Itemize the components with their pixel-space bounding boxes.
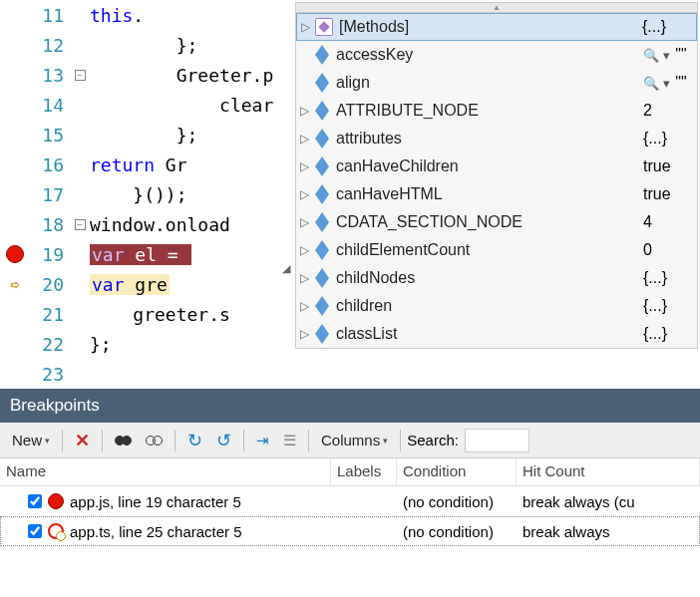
col-name[interactable]: Name (0, 458, 331, 485)
property-icon (314, 214, 330, 230)
member-name: CDATA_SECTION_NODE (336, 213, 643, 231)
gutter: 111213−1415161718−19➪20212223 (0, 0, 90, 389)
line-number: 12 (30, 35, 70, 56)
line-number: 20 (30, 274, 70, 295)
member-name: align (336, 74, 643, 92)
member-name: ATTRIBUTE_NODE (336, 102, 643, 120)
magnifier-icon[interactable]: 🔍 ▾ (643, 48, 673, 63)
enable-checkbox[interactable] (28, 494, 42, 508)
intellisense-item[interactable]: accessKey🔍 ▾ "" (296, 41, 697, 69)
hitcount-cell: break always (cu (517, 491, 700, 512)
intellisense-popup[interactable]: ▲ ▷[Methods]{...}accessKey🔍 ▾ ""align🔍 ▾… (295, 2, 698, 349)
method-icon (315, 18, 333, 36)
expand-icon[interactable]: ▷ (300, 215, 314, 229)
expand-icon[interactable]: ▷ (300, 243, 314, 257)
search-input[interactable] (465, 429, 529, 452)
current-line-arrow-icon: ➪ (10, 275, 20, 294)
expand-icon[interactable]: ▷ (301, 20, 315, 34)
empty-circles-icon (146, 436, 163, 446)
goto-source-button[interactable]: ⇥ (250, 428, 275, 453)
properties-button[interactable]: ☰ (277, 428, 302, 453)
member-value: 0 (643, 241, 693, 259)
intellisense-item[interactable]: ▷children{...} (296, 292, 697, 320)
breakpoints-table[interactable]: Name Labels Condition Hit Count app.js, … (0, 458, 700, 546)
member-value: {...} (642, 18, 692, 36)
line-number: 13 (30, 65, 70, 86)
breakpoints-toolbar: New ✕ ↻ ↺ ⇥ ☰ Columns Search: (0, 423, 700, 458)
line-number: 22 (30, 334, 70, 355)
member-name: canHaveChildren (336, 157, 643, 175)
intellisense-item[interactable]: ▷childElementCount0 (296, 236, 697, 264)
line-number: 14 (30, 95, 70, 116)
member-value: {...} (643, 325, 693, 343)
member-name: childElementCount (336, 241, 643, 259)
breakpoint-row[interactable]: app.ts, line 25 character 5(no condition… (0, 516, 700, 546)
breakpoint-name: app.ts, line 25 character 5 (70, 523, 242, 540)
breakpoint-mapped-icon (48, 523, 64, 539)
expand-icon[interactable]: ▷ (300, 159, 314, 173)
line-number: 15 (30, 125, 70, 146)
member-value: {...} (643, 130, 693, 148)
breakpoint-icon[interactable] (6, 245, 24, 263)
col-hitcount[interactable]: Hit Count (517, 458, 700, 485)
table-header: Name Labels Condition Hit Count (0, 458, 700, 486)
property-icon (314, 75, 330, 91)
intellisense-item[interactable]: ▷classList{...} (296, 320, 697, 348)
member-value: true (643, 157, 693, 175)
expand-icon[interactable]: ▷ (300, 104, 314, 118)
intellisense-item[interactable]: ▷canHaveHTMLtrue (296, 180, 697, 208)
member-name: accessKey (336, 46, 643, 64)
expand-icon[interactable]: ▷ (300, 132, 314, 146)
magnifier-icon[interactable]: 🔍 ▾ (643, 76, 673, 91)
undo-icon: ↺ (216, 430, 231, 451)
breakpoint-js-icon (48, 493, 64, 509)
fold-toggle[interactable]: − (75, 219, 86, 230)
property-icon (314, 298, 330, 314)
undo-button[interactable]: ↺ (210, 426, 237, 455)
member-name: canHaveHTML (336, 185, 643, 203)
intellisense-item[interactable]: ▷[Methods]{...} (296, 13, 697, 41)
member-value: 2 (643, 102, 693, 120)
member-name: childNodes (336, 269, 643, 287)
breakpoints-panel-title: Breakpoints (0, 389, 700, 423)
line-number: 19 (30, 244, 70, 265)
expand-icon[interactable]: ▷ (300, 187, 314, 201)
enable-all-button[interactable] (109, 432, 138, 449)
intellisense-item[interactable]: align🔍 ▾ "" (296, 69, 697, 97)
scroll-up-arrow[interactable]: ▲ (296, 3, 697, 13)
intellisense-item[interactable]: ▷attributes{...} (296, 125, 697, 152)
line-number: 11 (30, 5, 70, 26)
disable-all-button[interactable] (140, 432, 169, 449)
enable-checkbox[interactable] (28, 524, 42, 538)
breakpoint-row[interactable]: app.js, line 19 character 5(no condition… (0, 486, 700, 516)
list-icon: ☰ (283, 432, 296, 449)
columns-button[interactable]: Columns (315, 428, 394, 452)
col-labels[interactable]: Labels (331, 458, 397, 485)
member-name: classList (336, 325, 643, 343)
intellisense-item[interactable]: ▷ATTRIBUTE_NODE2 (296, 97, 697, 125)
member-value: 🔍 ▾ "" (643, 46, 693, 64)
expand-icon[interactable]: ▷ (300, 327, 314, 341)
code-line[interactable] (90, 359, 700, 389)
intellisense-item[interactable]: ▷canHaveChildrentrue (296, 152, 697, 180)
intellisense-item[interactable]: ▷childNodes{...} (296, 264, 697, 292)
search-label: Search: (407, 432, 459, 448)
expand-icon[interactable]: ▷ (300, 271, 314, 285)
col-condition[interactable]: Condition (397, 458, 517, 485)
breakpoint-name: app.js, line 19 character 5 (70, 493, 241, 510)
fold-toggle[interactable]: − (75, 70, 86, 81)
filled-circles-icon (115, 436, 132, 446)
new-button[interactable]: New (6, 428, 56, 452)
labels-cell (331, 499, 397, 503)
member-name: [Methods] (339, 18, 642, 36)
condition-cell: (no condition) (397, 521, 517, 542)
line-number: 17 (30, 184, 70, 205)
intellisense-item[interactable]: ▷CDATA_SECTION_NODE4 (296, 208, 697, 236)
redo-button[interactable]: ↻ (181, 426, 208, 455)
condition-cell: (no condition) (397, 491, 517, 512)
expand-icon[interactable]: ▷ (300, 299, 314, 313)
line-number: 23 (30, 364, 70, 385)
member-name: children (336, 297, 643, 315)
member-value: 4 (643, 213, 693, 231)
delete-button[interactable]: ✕ (69, 426, 96, 455)
